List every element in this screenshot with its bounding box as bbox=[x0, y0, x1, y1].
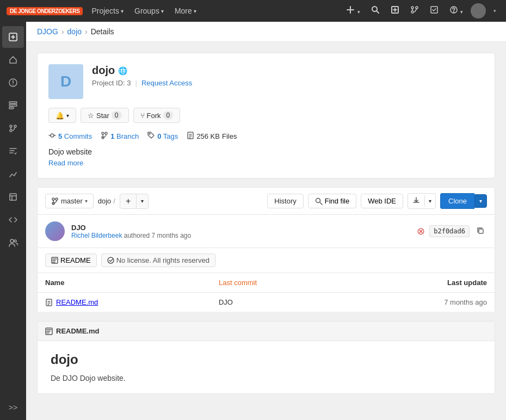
col-last-update: Last update bbox=[347, 273, 495, 293]
sidebar-item-home[interactable] bbox=[2, 26, 24, 48]
web-ide-btn[interactable]: Web IDE bbox=[361, 194, 403, 208]
sidebar-bottom: >> bbox=[2, 399, 24, 416]
sidebar-item-mergerequests[interactable] bbox=[2, 118, 24, 139]
request-access-link[interactable]: Request Access bbox=[141, 79, 192, 87]
code-icon[interactable] bbox=[387, 3, 403, 18]
branch-name: master bbox=[61, 197, 83, 205]
clone-chevron-btn[interactable]: ▾ bbox=[474, 194, 487, 208]
navbar-right: ▾ ▾ ▾ bbox=[343, 3, 499, 18]
navbar-logo[interactable]: DE JONGE ONDERZOEKERS bbox=[7, 7, 83, 15]
project-name-row: dojo 🌐 bbox=[92, 64, 484, 77]
svg-point-28 bbox=[316, 198, 320, 202]
commits-link[interactable]: 5 Commits bbox=[58, 132, 92, 140]
tags-link[interactable]: 0 Tags bbox=[157, 132, 178, 140]
add-chevron-icon[interactable]: ▾ bbox=[137, 195, 148, 207]
svg-rect-29 bbox=[479, 229, 483, 233]
sidebar-item-snippets[interactable] bbox=[2, 209, 24, 231]
search-icon[interactable] bbox=[368, 3, 383, 18]
plus-icon[interactable]: + bbox=[120, 194, 137, 208]
file-info-row: README No license. All rights reserved bbox=[37, 248, 495, 273]
nav-more[interactable]: More ▾ bbox=[170, 4, 201, 17]
readme-section: README.md dojo De DJO Dojo website. bbox=[37, 321, 495, 394]
readme-btn[interactable]: README bbox=[45, 254, 97, 267]
table-row: README.md DJO 7 months ago bbox=[38, 293, 495, 312]
commits-icon bbox=[48, 132, 56, 141]
nav-projects[interactable]: Projects ▾ bbox=[87, 4, 128, 17]
stat-branch: 1 Branch bbox=[101, 132, 139, 141]
sidebar-item-dashboard[interactable] bbox=[2, 49, 24, 71]
download-btn: ▾ bbox=[408, 193, 436, 209]
sidebar-item-packages[interactable] bbox=[2, 186, 24, 208]
file-link[interactable]: README.md bbox=[56, 298, 98, 306]
branch-chevron-icon: ▾ bbox=[85, 198, 88, 204]
repo-controls: master ▾ dojo / + ▾ History Find file bbox=[37, 187, 495, 215]
history-btn[interactable]: History bbox=[267, 194, 303, 208]
globe-icon: 🌐 bbox=[118, 66, 127, 75]
copy-hash-btn[interactable] bbox=[474, 225, 487, 238]
path-separator: / bbox=[113, 197, 115, 205]
breadcrumb-djog[interactable]: DJOG bbox=[37, 27, 58, 36]
bell-icon: 🔔 bbox=[55, 112, 64, 120]
breadcrumb-dojo[interactable]: dojo bbox=[67, 27, 82, 36]
project-card: D dojo 🌐 Project ID: 3 | Request Access bbox=[37, 53, 495, 178]
svg-point-31 bbox=[108, 257, 114, 263]
col-name: Name bbox=[38, 273, 211, 293]
help-icon[interactable]: ▾ bbox=[446, 3, 466, 18]
pipeline-error-icon[interactable]: ⊗ bbox=[417, 225, 425, 237]
download-chevron-icon[interactable]: ▾ bbox=[424, 195, 435, 207]
plus-dropdown-icon[interactable]: ▾ bbox=[343, 3, 363, 18]
commit-hash: b2f0dad6 bbox=[429, 225, 470, 237]
chevron-down-icon: ▾ bbox=[121, 8, 124, 14]
sidebar-item-analytics[interactable] bbox=[2, 163, 24, 185]
add-file-btn: + ▾ bbox=[120, 194, 149, 209]
clone-btn-group: Clone ▾ bbox=[440, 193, 487, 209]
project-header: D dojo 🌐 Project ID: 3 | Request Access bbox=[48, 64, 484, 99]
chevron-down-icon: ▾ bbox=[161, 8, 164, 14]
navbar: DE JONGE ONDERZOEKERS Projects ▾ Groups … bbox=[0, 0, 506, 22]
chevron-down-icon: ▾ bbox=[66, 113, 69, 119]
project-description: Dojo website bbox=[48, 147, 484, 156]
user-dropdown-icon[interactable]: ▾ bbox=[490, 6, 499, 16]
files-size: 256 KB bbox=[196, 132, 220, 140]
stats-row: 5 Commits 1 Branch bbox=[48, 132, 484, 141]
commit-author-link[interactable]: Richel Bilderbeek bbox=[71, 232, 122, 239]
readme-header: README.md bbox=[38, 322, 495, 341]
project-id-text: Project ID: 3 bbox=[92, 79, 131, 87]
sidebar-item-review[interactable] bbox=[2, 140, 24, 162]
svg-point-19 bbox=[51, 134, 54, 137]
commit-meta: Richel Bilderbeek authored 7 months ago bbox=[71, 232, 410, 239]
stat-commits: 5 Commits bbox=[48, 132, 92, 141]
read-more-link[interactable]: Read more bbox=[48, 159, 83, 167]
navbar-links: Projects ▾ Groups ▾ More ▾ bbox=[87, 4, 200, 17]
branch-selector[interactable]: master ▾ bbox=[45, 194, 94, 208]
sidebar-item-issues[interactable] bbox=[2, 72, 24, 94]
svg-rect-11 bbox=[9, 104, 17, 106]
find-file-btn[interactable]: Find file bbox=[308, 194, 357, 208]
stat-tags: 0 Tags bbox=[147, 132, 178, 141]
file-table-body: README.md DJO 7 months ago bbox=[38, 293, 495, 312]
merge-request-icon[interactable] bbox=[407, 3, 422, 18]
commit-actions: ⊗ b2f0dad6 bbox=[417, 225, 487, 238]
download-icon[interactable] bbox=[408, 194, 424, 208]
sidebar-item-boards[interactable] bbox=[2, 95, 24, 116]
nav-groups[interactable]: Groups ▾ bbox=[130, 4, 168, 17]
branch-icon bbox=[101, 132, 108, 141]
file-name-cell: README.md bbox=[38, 293, 211, 312]
logo-text: DE JONGE ONDERZOEKERS bbox=[10, 8, 79, 14]
stat-files: 256 KB Files bbox=[187, 132, 237, 141]
branch-link[interactable]: 1 Branch bbox=[110, 132, 139, 140]
file-last-update: 7 months ago bbox=[347, 293, 495, 312]
notification-btn[interactable]: 🔔 ▾ bbox=[48, 108, 76, 123]
sidebar-expand-btn[interactable]: >> bbox=[2, 399, 24, 416]
star-btn[interactable]: ☆ Star 0 bbox=[81, 108, 129, 123]
svg-point-0 bbox=[372, 7, 377, 11]
user-avatar[interactable] bbox=[471, 3, 486, 18]
fork-btn[interactable]: ⑂ Fork 0 bbox=[133, 108, 181, 123]
clone-main-btn[interactable]: Clone bbox=[440, 193, 474, 209]
path-breadcrumb: dojo / bbox=[98, 197, 115, 205]
sidebar-item-members[interactable] bbox=[2, 232, 24, 254]
commit-title: DJO bbox=[71, 224, 410, 232]
action-buttons: 🔔 ▾ ☆ Star 0 ⑂ Fork 0 bbox=[48, 108, 484, 123]
breadcrumb-sep-2: › bbox=[85, 27, 88, 36]
todo-icon[interactable] bbox=[427, 3, 442, 18]
